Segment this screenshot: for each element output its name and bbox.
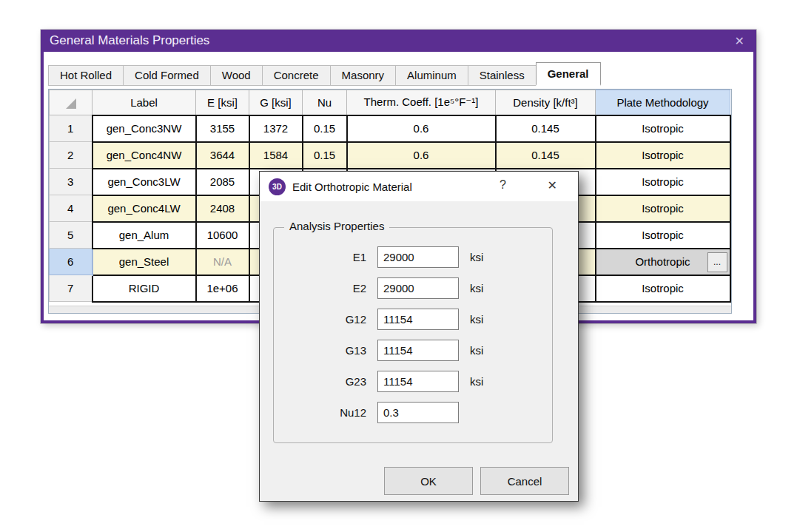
g12-input[interactable]	[377, 309, 459, 330]
cancel-button[interactable]: Cancel	[480, 467, 569, 495]
row-number[interactable]: 3	[50, 169, 93, 195]
header-g[interactable]: G [ksi]	[249, 90, 303, 115]
nu12-input[interactable]	[377, 402, 459, 423]
dialog-help-icon[interactable]: ?	[497, 178, 509, 192]
cell-e[interactable]: 1e+06	[196, 275, 249, 302]
cell-g[interactable]: 1372	[249, 115, 303, 142]
cell-e[interactable]: 2085	[196, 169, 249, 195]
tab-hot-rolled[interactable]: Hot Rolled	[48, 65, 124, 86]
cell-g[interactable]: 1584	[249, 142, 303, 169]
cell-nu[interactable]: 0.15	[303, 115, 347, 142]
cell-density[interactable]: 0.145	[496, 142, 596, 169]
grid-header-row: Label E [ksi] G [ksi] Nu Therm. Coeff. […	[50, 90, 730, 115]
dialog-body: Analysis Properties E1 ksi E2 ksi G12 ks…	[260, 201, 578, 501]
field-row-e1: E1 ksi	[274, 241, 552, 272]
e2-label: E2	[274, 282, 377, 294]
cell-label[interactable]: RIGID	[93, 275, 196, 302]
cell-plate[interactable]: Isotropic	[596, 142, 730, 169]
fields-container: E1 ksi E2 ksi G12 ksi G13 ksi	[274, 241, 552, 428]
table-row: 1 gen_Conc3NW 3155 1372 0.15 0.6 0.145 I…	[50, 115, 730, 142]
tab-wood[interactable]: Wood	[210, 65, 263, 86]
field-row-g13: G13 ksi	[274, 334, 552, 366]
g13-input[interactable]	[377, 340, 459, 361]
field-row-g23: G23 ksi	[274, 366, 552, 397]
cell-plate[interactable]: Isotropic	[596, 115, 730, 142]
row-number[interactable]: 1	[50, 115, 93, 142]
tab-masonry[interactable]: Masonry	[330, 65, 397, 86]
cell-plate[interactable]: Isotropic	[596, 275, 730, 302]
header-e[interactable]: E [ksi]	[196, 90, 249, 115]
e2-input[interactable]	[377, 277, 459, 299]
row-number[interactable]: 5	[50, 222, 93, 249]
cell-therm[interactable]: 0.6	[347, 115, 496, 142]
app-3d-logo-icon: 3D	[269, 178, 286, 195]
dialog-buttons: OK Cancel	[384, 467, 569, 495]
cell-e[interactable]: 2408	[196, 195, 249, 222]
g23-unit: ksi	[470, 375, 483, 388]
nu12-label: Nu12	[274, 406, 377, 419]
cell-label[interactable]: gen_Conc4LW	[93, 195, 196, 222]
material-tabs: Hot Rolled Cold Formed Wood Concrete Mas…	[48, 62, 600, 86]
cell-label[interactable]: gen_Alum	[93, 222, 196, 249]
cell-label[interactable]: gen_Conc4NW	[93, 142, 196, 169]
cell-plate-orthotropic[interactable]: Orthotropic ...	[596, 249, 730, 275]
g23-label: G23	[274, 375, 377, 388]
g12-unit: ksi	[470, 313, 483, 326]
row-number[interactable]: 4	[50, 195, 93, 222]
tab-general[interactable]: General	[536, 62, 601, 86]
row-number[interactable]: 2	[50, 142, 93, 169]
cell-plate[interactable]: Isotropic	[596, 222, 730, 249]
cell-e[interactable]: 3644	[196, 142, 249, 169]
analysis-properties-group: Analysis Properties E1 ksi E2 ksi G12 ks…	[273, 227, 553, 443]
header-density[interactable]: Density [k/ft³]	[496, 90, 596, 115]
ok-button[interactable]: OK	[384, 467, 473, 495]
row-number[interactable]: 6	[50, 249, 93, 275]
header-label[interactable]: Label	[93, 90, 196, 115]
window-titlebar: General Materials Properties ✕	[41, 30, 756, 52]
corner-triangle-icon	[66, 98, 76, 109]
cell-therm[interactable]: 0.6	[347, 142, 496, 169]
cell-e[interactable]: 10600	[196, 222, 249, 249]
header-therm[interactable]: Therm. Coeff. [1e⁵°F⁻¹]	[347, 90, 496, 115]
edit-orthotropic-material-dialog: 3D Edit Orthotropic Material ? ✕ Analysi…	[259, 171, 579, 502]
g23-input[interactable]	[377, 371, 459, 392]
cell-label[interactable]: gen_Steel	[93, 249, 196, 275]
window-close-icon[interactable]: ✕	[732, 34, 747, 48]
cell-label[interactable]: gen_Conc3NW	[93, 115, 196, 142]
field-row-g12: G12 ksi	[274, 303, 552, 334]
row-number[interactable]: 7	[50, 275, 93, 302]
e1-unit: ksi	[470, 251, 483, 263]
cell-plate[interactable]: Isotropic	[596, 195, 730, 222]
field-row-e2: E2 ksi	[274, 272, 552, 303]
tab-cold-formed[interactable]: Cold Formed	[123, 65, 211, 86]
cell-e[interactable]: N/A	[196, 249, 249, 275]
dialog-close-icon[interactable]: ✕	[545, 178, 560, 192]
e1-input[interactable]	[377, 246, 459, 268]
tab-concrete[interactable]: Concrete	[262, 65, 331, 86]
cell-density[interactable]: 0.145	[496, 115, 596, 142]
cell-plate[interactable]: Isotropic	[596, 169, 730, 195]
tab-stainless[interactable]: Stainless	[468, 65, 537, 86]
field-row-nu12: Nu12	[274, 397, 552, 428]
dialog-titlebar: 3D Edit Orthotropic Material ? ✕	[260, 172, 578, 201]
header-plate-methodology[interactable]: Plate Methodology	[596, 90, 730, 115]
select-all-corner[interactable]	[50, 90, 93, 115]
window-title: General Materials Properties	[50, 33, 732, 48]
e2-unit: ksi	[470, 282, 483, 294]
e1-label: E1	[274, 251, 377, 263]
table-row: 2 gen_Conc4NW 3644 1584 0.15 0.6 0.145 I…	[50, 142, 730, 169]
cell-nu[interactable]: 0.15	[303, 142, 347, 169]
edit-orthotropic-ellipsis-button[interactable]: ...	[707, 252, 727, 272]
g13-unit: ksi	[470, 344, 483, 357]
g13-label: G13	[274, 344, 377, 357]
g12-label: G12	[274, 313, 377, 326]
header-nu[interactable]: Nu	[303, 90, 347, 115]
dialog-title: Edit Orthotropic Material	[292, 181, 412, 193]
tab-aluminum[interactable]: Aluminum	[395, 65, 468, 86]
cell-label[interactable]: gen_Conc3LW	[93, 169, 196, 195]
group-title: Analysis Properties	[284, 220, 389, 232]
cell-e[interactable]: 3155	[196, 115, 249, 142]
